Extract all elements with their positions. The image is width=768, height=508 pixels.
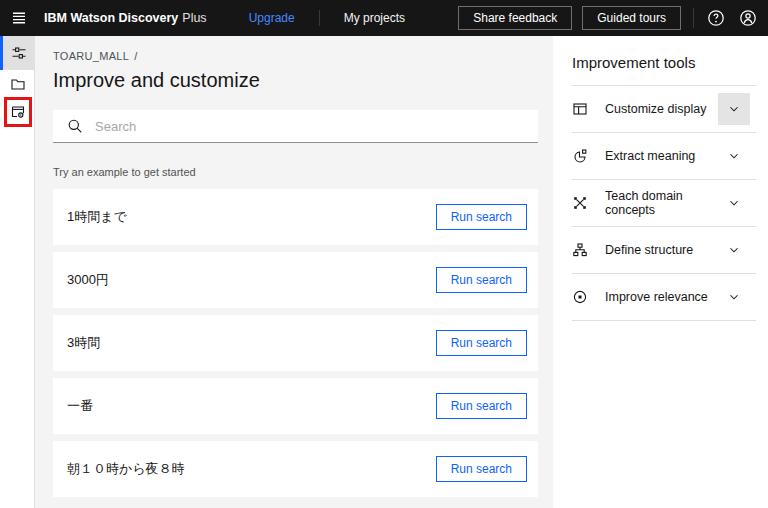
left-sidebar [0,36,35,508]
example-row: 3000円 Run search [53,252,538,308]
breadcrumb-separator: / [134,50,137,62]
tool-item-define-structure[interactable]: Define structure [572,227,756,274]
share-feedback-button[interactable]: Share feedback [458,6,572,30]
extract-meaning-icon [572,148,588,164]
example-row: 1時間まで Run search [53,189,538,245]
guided-tours-button[interactable]: Guided tours [582,6,681,30]
tool-item-improve-relevance[interactable]: Improve relevance [572,274,756,321]
chevron-down-icon [718,187,750,219]
search-icon [67,118,83,134]
example-query: 3000円 [67,271,436,289]
sidebar-item-improve-and-customize[interactable] [0,36,35,70]
folder-icon [10,76,26,92]
chevron-down-icon [718,234,750,266]
run-search-button[interactable]: Run search [436,330,527,356]
search-input[interactable] [95,119,526,134]
tool-item-label: Improve relevance [605,290,718,304]
run-search-button[interactable]: Run search [436,393,527,419]
example-query: 1時間まで [67,208,436,226]
product-plan: Plus [182,11,206,25]
breadcrumb: TOARU_MALL/ [53,50,538,62]
improve-relevance-icon [572,289,588,305]
example-query: 一番 [67,397,436,415]
improvement-tools-panel: Improvement tools Customize display E [553,36,768,508]
run-search-button[interactable]: Run search [436,456,527,482]
help-button[interactable] [700,0,732,36]
header-divider [693,8,694,28]
tool-item-teach-domain-concepts[interactable]: Teach domain concepts [572,180,756,227]
tool-item-label: Teach domain concepts [605,189,718,217]
tool-item-label: Define structure [605,243,718,257]
settings-adjust-icon [11,45,27,61]
user-avatar-icon [739,9,757,27]
hamburger-icon [11,10,27,26]
main-content: TOARU_MALL/ Improve and customize Try an… [35,36,553,508]
sidebar-item-integrate-and-deploy[interactable] [0,98,35,126]
product-name: IBM Watson Discovery [44,11,178,25]
breadcrumb-project-link[interactable]: TOARU_MALL [53,50,129,62]
teach-domain-concepts-icon [572,195,588,211]
example-row: 朝１０時から夜８時 Run search [53,441,538,497]
tool-item-label: Customize display [605,102,718,116]
chevron-down-icon [718,140,750,172]
chevron-down-icon [718,93,750,125]
example-row: 一番 Run search [53,378,538,434]
tools-accordion: Customize display Extract meaning [572,85,756,321]
page-title: Improve and customize [53,69,538,92]
tool-item-label: Extract meaning [605,149,718,163]
tool-item-extract-meaning[interactable]: Extract meaning [572,133,756,180]
tools-panel-title: Improvement tools [572,54,768,71]
menu-button[interactable] [0,0,38,36]
example-row: 3時間 Run search [53,315,538,371]
run-search-button[interactable]: Run search [436,204,527,230]
run-search-button[interactable]: Run search [436,267,527,293]
customize-display-icon [572,101,588,117]
chevron-down-icon [718,281,750,313]
define-structure-icon [572,242,588,258]
example-query: 3時間 [67,334,436,352]
account-button[interactable] [732,0,764,36]
sidebar-item-collections[interactable] [0,70,35,98]
example-query: 朝１０時から夜８時 [67,460,436,478]
examples-heading: Try an example to get started [53,166,538,178]
example-list: 1時間まで Run search 3000円 Run search 3時間 Ru… [53,189,538,497]
tool-item-customize-display[interactable]: Customize display [572,86,756,133]
app-gear-icon [10,104,26,120]
top-header: IBM Watson Discovery Plus Upgrade My pro… [0,0,768,36]
header-divider [319,10,320,26]
product-title: IBM Watson Discovery Plus [44,11,207,25]
my-projects-link[interactable]: My projects [344,11,405,25]
help-icon [707,9,725,27]
search-bar [53,110,538,143]
upgrade-link[interactable]: Upgrade [249,11,295,25]
